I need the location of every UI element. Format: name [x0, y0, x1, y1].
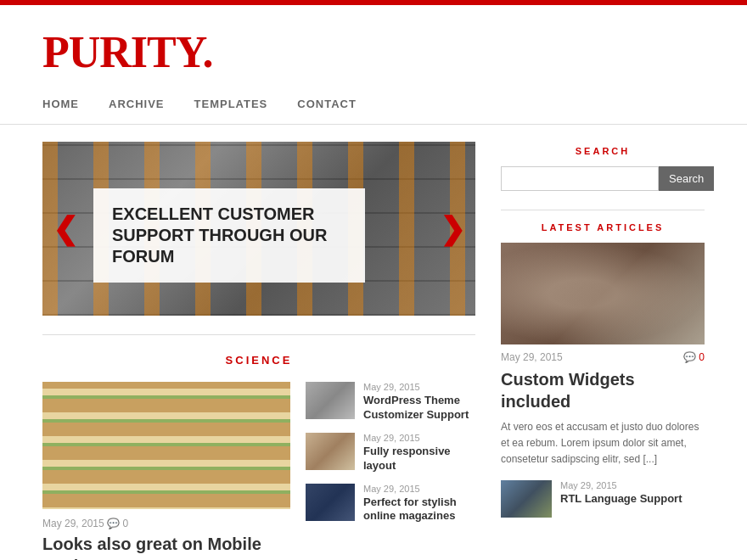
hero-caption-text: EXCELLENT CUSTOMER SUPPORT THROUGH OUR F…	[112, 204, 346, 267]
sidebar-small-title: RTL Language Support	[560, 492, 682, 507]
small-article-1: May 29, 2015 WordPress Theme Customizer …	[306, 382, 475, 423]
small-articles-list: May 29, 2015 WordPress Theme Customizer …	[306, 382, 475, 560]
logo-dot: .	[203, 28, 213, 76]
small-article-2: May 29, 2015 Fully responsive layout	[306, 433, 475, 473]
sidebar-featured-title: Custom Widgets included	[501, 368, 705, 412]
nav-templates[interactable]: TEMPLATES	[194, 98, 268, 110]
sidebar-featured-comments: 0	[699, 351, 705, 363]
main-article-meta: May 29, 2015 💬 0	[42, 518, 290, 529]
main-article-comments: 0	[122, 518, 128, 529]
sidebar-latest-title: LATEST ARTICLES	[501, 210, 705, 232]
nav-home[interactable]: HOME	[42, 98, 79, 110]
small-article-1-date: May 29, 2015	[363, 382, 475, 392]
main-article-image	[42, 382, 290, 509]
hero-slider: EXCELLENT CUSTOMER SUPPORT THROUGH OUR F…	[42, 142, 475, 316]
main-nav: HOME ARCHIVE TEMPLATES CONTACT	[0, 87, 747, 125]
sidebar-featured-comment-icon: 💬 0	[683, 351, 705, 363]
sidebar-small-date: May 29, 2015	[560, 480, 682, 490]
nav-contact[interactable]: CONTACT	[297, 98, 357, 110]
sidebar-small-text: May 29, 2015 RTL Language Support	[560, 480, 682, 507]
hero-next-button[interactable]: ❯	[440, 214, 465, 244]
header: PURITY.	[0, 5, 747, 87]
sidebar-featured-excerpt: At vero eos et accusam et justo duo dolo…	[501, 419, 705, 468]
sidebar-featured-image	[501, 243, 705, 344]
main-article-date: May 29, 2015	[42, 518, 104, 529]
small-article-2-text: May 29, 2015 Fully responsive layout	[363, 433, 475, 473]
small-article-3-date: May 29, 2015	[363, 484, 475, 494]
sidebar: SEARCH Search LATEST ARTICLES May 29, 20…	[501, 142, 705, 560]
main-layout: EXCELLENT CUSTOMER SUPPORT THROUGH OUR F…	[0, 142, 747, 560]
nav-archive[interactable]: ARCHIVE	[109, 98, 165, 110]
sushi-image	[42, 382, 290, 509]
search-button[interactable]: Search	[659, 166, 714, 191]
small-article-3: May 29, 2015 Perfect for stylish online …	[306, 484, 475, 524]
small-article-3-title: Perfect for stylish online magazines	[363, 496, 475, 524]
main-article: May 29, 2015 💬 0 Looks also great on Mob…	[42, 382, 290, 560]
logo: PURITY.	[42, 31, 705, 75]
sidebar-featured-date: May 29, 2015	[501, 351, 563, 363]
small-article-3-image	[306, 484, 355, 521]
hero-prev-button[interactable]: ❮	[53, 214, 78, 244]
small-article-2-image	[306, 433, 355, 470]
small-article-1-image	[306, 382, 355, 419]
search-input[interactable]	[501, 166, 659, 191]
small-article-2-title: Fully responsive layout	[363, 445, 475, 473]
articles-grid: May 29, 2015 💬 0 Looks also great on Mob…	[42, 382, 475, 560]
hero-caption: EXCELLENT CUSTOMER SUPPORT THROUGH OUR F…	[93, 188, 365, 283]
search-box: Search	[501, 166, 705, 191]
sidebar-small-image	[501, 480, 552, 518]
main-content: EXCELLENT CUSTOMER SUPPORT THROUGH OUR F…	[42, 142, 475, 560]
small-article-1-title: WordPress Theme Customizer Support	[363, 394, 475, 423]
sidebar-small-article: May 29, 2015 RTL Language Support	[501, 480, 705, 518]
small-article-3-text: May 29, 2015 Perfect for stylish online …	[363, 484, 475, 524]
section-title: SCIENCE	[42, 334, 475, 367]
sidebar-search-title: SEARCH	[501, 142, 705, 156]
logo-text: PURITY	[42, 28, 203, 76]
main-article-title: Looks also great on Mobile Devices	[42, 533, 290, 560]
sidebar-featured-meta: May 29, 2015 💬 0	[501, 351, 705, 363]
small-article-1-text: May 29, 2015 WordPress Theme Customizer …	[363, 382, 475, 423]
small-article-2-date: May 29, 2015	[363, 433, 475, 443]
main-article-comment-icon: 💬	[107, 518, 122, 529]
